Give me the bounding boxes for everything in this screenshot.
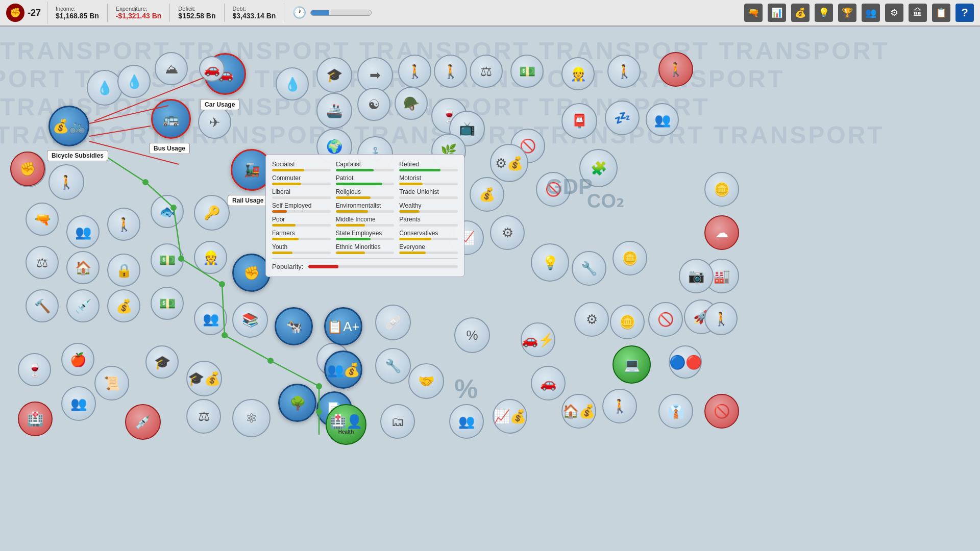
circle-percent[interactable]: % <box>454 317 490 353</box>
circle-people3[interactable]: 👥 <box>646 103 679 136</box>
circle-medic[interactable]: 👥💰 <box>324 350 362 389</box>
circle-fish[interactable]: 🐟 <box>151 195 184 228</box>
circle-stamp[interactable]: 📮 <box>561 103 597 139</box>
chart-icon[interactable]: 📊 <box>768 4 786 22</box>
circle-worker[interactable]: 👷 <box>194 241 227 274</box>
circle-economy[interactable]: ⚙💰 <box>490 144 528 182</box>
circle-equal[interactable]: ⚖ <box>470 55 503 88</box>
circle-cow[interactable]: 🐄 <box>275 307 313 345</box>
circle-person3[interactable]: 🚶 <box>398 55 431 88</box>
circle-people5[interactable]: 👥 <box>449 404 484 439</box>
bus-usage-circle[interactable]: 🚌 <box>151 99 191 139</box>
circle-syringe[interactable]: 💉 <box>66 289 100 322</box>
timer-bar <box>310 10 372 16</box>
people-icon[interactable]: 👥 <box>862 4 880 22</box>
circle-graduate[interactable]: 🎓 <box>316 57 352 93</box>
circle-suit[interactable]: 👔 <box>658 394 693 429</box>
circle-gear[interactable]: ⚙ <box>490 215 525 250</box>
money-icon[interactable]: 💰 <box>791 4 810 22</box>
circle-gavel[interactable]: 🔨 <box>26 289 59 322</box>
circle-hand[interactable]: 🤝 <box>408 363 444 399</box>
circle-nuclear[interactable]: ⚛ <box>232 399 271 437</box>
circle-zzz[interactable]: 💤 <box>605 101 640 135</box>
circle-settings2[interactable]: ⚙ <box>574 302 609 337</box>
circle-ship[interactable]: 🚢 <box>316 93 352 129</box>
building-icon[interactable]: 🏛 <box>909 4 927 22</box>
circle-plane[interactable]: ✈ <box>198 106 231 139</box>
circle-no3[interactable]: 🚫 <box>648 302 683 337</box>
circle-person1[interactable]: 🚶 <box>48 164 84 200</box>
circle-hammer[interactable]: ⚖ <box>26 246 59 279</box>
lightbulb-icon[interactable]: 💡 <box>815 4 833 22</box>
circle-person2[interactable]: 🚶 <box>107 208 140 241</box>
circle-hierarchy[interactable]: 🗂 <box>380 404 415 439</box>
group-bar <box>336 238 371 240</box>
circle-green-computer[interactable]: 💻 <box>612 345 651 384</box>
circle-mortar[interactable]: 🎓 <box>145 345 179 379</box>
circle-red-cloud[interactable]: ☁ <box>704 215 739 250</box>
circle-group[interactable]: 👥 <box>66 215 100 248</box>
circle-car2[interactable]: 🚗 <box>531 366 566 400</box>
circle-person6[interactable]: 🚶 <box>602 389 637 423</box>
notes-icon[interactable]: 📋 <box>932 4 950 22</box>
circle-car-electric[interactable]: 🚗⚡ <box>521 322 555 357</box>
circle-person-dollar[interactable]: 💰 <box>470 177 504 212</box>
circle-drop[interactable]: 💧 <box>87 70 122 106</box>
circle-tools[interactable]: 🔧 <box>572 251 606 286</box>
circle-lock[interactable]: 🔒 <box>107 254 140 287</box>
circle-red-no[interactable]: 🚫 <box>704 394 739 429</box>
circle-nature[interactable]: 🌳 <box>278 384 316 422</box>
circle-diploma[interactable]: 📜 <box>94 366 129 400</box>
settings-icon[interactable]: ⚙ <box>885 4 903 22</box>
circle-lightbulb[interactable]: 💡 <box>531 243 569 282</box>
popup-group-trade-unionist: Trade Unionist <box>399 188 458 199</box>
circle-book[interactable]: 📚 <box>232 302 268 338</box>
circle-coins3[interactable]: 🪙 <box>610 305 645 339</box>
circle-wine2[interactable]: 🍷 <box>18 353 51 386</box>
circle-dollar3[interactable]: 💵 <box>510 55 544 88</box>
circle-waterdrop[interactable]: 💧 <box>276 67 309 101</box>
circle-fist-blue[interactable]: ✊ <box>232 254 271 292</box>
circle-wrench[interactable]: 🔧 <box>375 348 411 384</box>
circle-bandage[interactable]: 🩹 <box>375 305 411 340</box>
circle-tank[interactable]: 🪖 <box>395 87 428 120</box>
circle-red1[interactable]: ✊ <box>10 152 45 186</box>
circle-worker2[interactable]: 👷 <box>561 57 595 90</box>
circle-key[interactable]: 🔑 <box>194 195 230 231</box>
trophy-icon[interactable]: 🏆 <box>838 4 856 22</box>
circle-dollar-grad[interactable]: 🎓💰 <box>186 361 222 396</box>
circle-red-syringe[interactable]: 💉 <box>125 404 161 440</box>
circle-dollar2[interactable]: 💵 <box>151 287 184 320</box>
circle-house[interactable]: 🏠 <box>66 251 100 284</box>
bicycle-subsidies-circle[interactable]: 💰🚲 <box>48 106 89 146</box>
circle-people2[interactable]: 👥 <box>194 302 227 335</box>
circle-red2[interactable]: 🚶 <box>658 52 693 87</box>
circle-report2[interactable]: 📋A+ <box>324 307 362 345</box>
circle-yin-yang[interactable]: ☯ <box>357 88 390 121</box>
help-icon[interactable]: ? <box>955 4 974 22</box>
circle-gun[interactable]: 🔫 <box>26 203 59 236</box>
group-name: Patriot <box>336 174 395 182</box>
circle-person4[interactable]: 🚶 <box>434 55 467 88</box>
circle-people4[interactable]: 👥 <box>61 386 96 421</box>
circle-house2[interactable]: 🏠💰 <box>561 394 596 429</box>
circle-car2[interactable]: 🚗 <box>199 56 225 82</box>
circle-camera[interactable]: 📷 <box>679 259 714 293</box>
circle-mountain[interactable]: ⛰ <box>155 52 188 85</box>
circle-dollar[interactable]: 💵 <box>151 243 184 277</box>
circle-coins2[interactable]: 🪙 <box>704 172 739 207</box>
circle-coins[interactable]: 🪙 <box>612 241 647 276</box>
circle-person7[interactable]: 🚶 <box>704 302 738 335</box>
circle-person5[interactable]: 🚶 <box>607 55 641 88</box>
circle-red-medic[interactable]: 🏥 <box>18 402 53 436</box>
circle-up-money[interactable]: 📈💰 <box>493 399 527 434</box>
group-name: Trade Unionist <box>399 188 458 195</box>
gun-icon[interactable]: 🔫 <box>744 4 763 22</box>
circle-bicolor[interactable]: 🔵🔴 <box>669 345 702 379</box>
circle-apple[interactable]: 🍎 <box>61 343 94 376</box>
group-bar <box>399 210 420 213</box>
circle-money-bag[interactable]: 💰 <box>107 289 140 322</box>
circle-court[interactable]: ⚖ <box>186 399 221 434</box>
circle-drop2[interactable]: 💧 <box>117 65 151 98</box>
health-circle[interactable]: 🏥👤 Health <box>326 404 366 445</box>
